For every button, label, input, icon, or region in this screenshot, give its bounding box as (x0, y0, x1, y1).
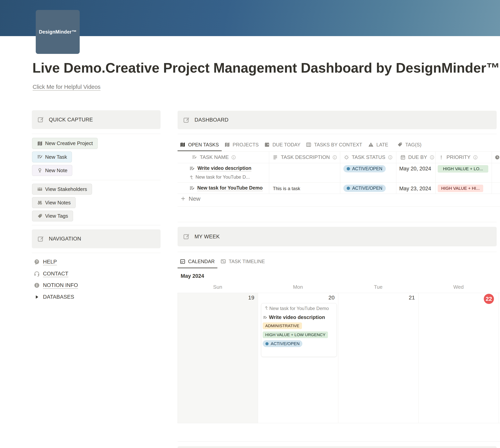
svg-text:?: ? (36, 260, 38, 264)
